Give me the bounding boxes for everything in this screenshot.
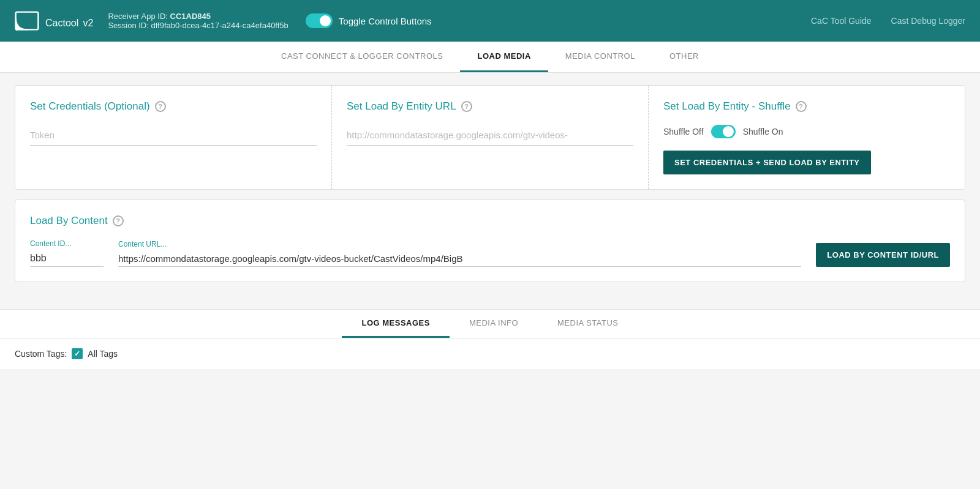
toggle-control-switch[interactable]: [306, 13, 333, 28]
receiver-app-id: Receiver App ID: CC1AD845: [108, 12, 288, 21]
app-header: Cactool v2 Receiver App ID: CC1AD845 Ses…: [0, 0, 980, 42]
shuffle-row: Shuffle Off Shuffle On: [663, 125, 950, 138]
content-fields-row: Content ID... bbb Content URL... https:/…: [30, 239, 950, 267]
main-content: Set Credentials (Optional) ? Set Load By…: [0, 73, 980, 304]
content-url-group: Content URL... https://commondatastorage…: [118, 240, 801, 267]
bottom-nav-tabs: LOG MESSAGES MEDIA INFO MEDIA STATUS: [0, 310, 980, 338]
entity-url-card: Set Load By Entity URL ?: [332, 86, 649, 189]
tab-load-media[interactable]: LOAD MEDIA: [460, 42, 548, 72]
toggle-label: Toggle Control Buttons: [339, 16, 432, 26]
toggle-control-buttons-area: Toggle Control Buttons: [306, 13, 432, 28]
bottom-content-area: Custom Tags: All Tags: [0, 338, 980, 369]
load-by-content-button[interactable]: LOAD BY CONTENT ID/URL: [816, 243, 950, 267]
session-info: Receiver App ID: CC1AD845 Session ID: df…: [108, 12, 288, 30]
nav-guide-link[interactable]: CaC Tool Guide: [811, 16, 872, 26]
content-url-label: Content URL...: [118, 240, 801, 248]
all-tags-checkbox[interactable]: [72, 348, 83, 359]
top-cards-row: Set Credentials (Optional) ? Set Load By…: [15, 85, 965, 190]
entity-url-card-title: Set Load By Entity URL ?: [347, 100, 633, 113]
content-id-group: Content ID... bbb: [30, 239, 104, 267]
custom-tags-row: Custom Tags: All Tags: [15, 348, 965, 359]
session-id: Session ID: dff9fab0-dcea-4c17-a244-ca4e…: [108, 21, 288, 30]
entity-shuffle-help-icon[interactable]: ?: [796, 101, 807, 112]
content-url-value[interactable]: https://commondatastorage.googleapis.com…: [118, 251, 801, 267]
shuffle-on-label: Shuffle On: [743, 127, 783, 136]
svg-point-1: [15, 28, 18, 31]
main-nav-tabs: CAST CONNECT & LOGGER CONTROLS LOAD MEDI…: [0, 42, 980, 73]
tab-log-messages[interactable]: LOG MESSAGES: [342, 310, 449, 338]
tab-cast-connect[interactable]: CAST CONNECT & LOGGER CONTROLS: [264, 42, 460, 72]
load-content-help-icon[interactable]: ?: [113, 215, 124, 226]
cast-logo-icon: [15, 11, 39, 31]
load-by-content-card: Load By Content ? Content ID... bbb Cont…: [15, 200, 965, 282]
load-by-content-title: Load By Content ?: [30, 215, 950, 227]
tab-media-info[interactable]: MEDIA INFO: [450, 310, 538, 338]
entity-url-input[interactable]: [347, 125, 633, 146]
entity-shuffle-card: Set Load By Entity - Shuffle ? Shuffle O…: [649, 86, 965, 189]
header-nav: CaC Tool Guide Cast Debug Logger: [811, 16, 965, 26]
bottom-section: LOG MESSAGES MEDIA INFO MEDIA STATUS Cus…: [0, 309, 980, 369]
tab-media-status[interactable]: MEDIA STATUS: [538, 310, 638, 338]
tab-media-control[interactable]: MEDIA CONTROL: [548, 42, 652, 72]
nav-debug-link[interactable]: Cast Debug Logger: [891, 16, 965, 26]
logo-text: Cactool v2: [45, 12, 93, 31]
tab-other[interactable]: OTHER: [652, 42, 716, 72]
logo: Cactool v2: [15, 11, 93, 31]
set-credentials-send-load-button[interactable]: SET CREDENTIALS + SEND LOAD BY ENTITY: [663, 151, 871, 174]
custom-tags-label: Custom Tags:: [15, 349, 67, 359]
entity-url-help-icon[interactable]: ?: [461, 101, 472, 112]
shuffle-off-label: Shuffle Off: [663, 127, 704, 136]
content-id-label: Content ID...: [30, 239, 104, 248]
token-input[interactable]: [30, 125, 317, 146]
entity-shuffle-card-title: Set Load By Entity - Shuffle ?: [663, 100, 950, 113]
credentials-card-title: Set Credentials (Optional) ?: [30, 100, 317, 113]
all-tags-label: All Tags: [88, 349, 118, 359]
shuffle-toggle[interactable]: [711, 125, 736, 138]
credentials-card: Set Credentials (Optional) ?: [15, 86, 332, 189]
content-id-value[interactable]: bbb: [30, 250, 104, 267]
credentials-help-icon[interactable]: ?: [155, 101, 166, 112]
